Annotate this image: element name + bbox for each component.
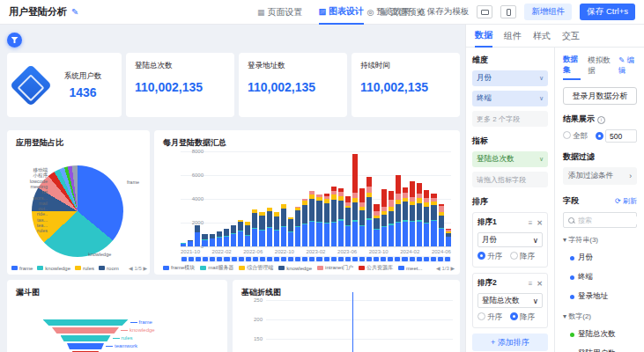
- limit-input[interactable]: 500: [605, 129, 637, 143]
- stacked-bar[interactable]: [338, 188, 344, 246]
- funnel-step[interactable]: [52, 327, 119, 334]
- legend-item[interactable]: mail服务器: [200, 264, 233, 272]
- funnel-step[interactable]: [43, 319, 129, 326]
- tab-chart-design[interactable]: ▨ 图表设计: [319, 0, 365, 25]
- panel-tab-data[interactable]: 数据: [475, 25, 492, 48]
- tab-dataset[interactable]: 数据集: [563, 55, 581, 80]
- legend-item[interactable]: knowledge: [278, 266, 312, 271]
- tab-edit[interactable]: ✎ 编辑: [618, 55, 637, 79]
- radio-limit[interactable]: 500: [596, 129, 637, 143]
- stacked-bar[interactable]: [259, 212, 264, 246]
- filter-float-button[interactable]: [7, 33, 22, 48]
- stacked-bar[interactable]: [410, 181, 415, 246]
- field-search-input[interactable]: [578, 216, 640, 224]
- panel-tab-interaction[interactable]: 交互: [562, 25, 580, 48]
- stacked-bar[interactable]: [446, 229, 451, 246]
- legend-item[interactable]: room: [99, 266, 119, 271]
- stacked-bar[interactable]: [224, 229, 229, 246]
- field-item[interactable]: 登陆用户数: [563, 344, 637, 352]
- radio-asc[interactable]: 升序: [477, 252, 502, 262]
- stacked-bar[interactable]: [352, 154, 358, 246]
- stacked-bar[interactable]: [431, 194, 436, 246]
- stacked-bar[interactable]: [217, 231, 222, 246]
- stacked-bar[interactable]: [267, 208, 272, 246]
- funnel-step[interactable]: [61, 335, 111, 341]
- stacked-bar[interactable]: [374, 204, 379, 246]
- field-group-header[interactable]: ▾ 字符串(3): [563, 235, 637, 245]
- panel-tab-style[interactable]: 样式: [533, 25, 551, 48]
- sort-field-select[interactable]: 登陆总次数 ∨: [477, 293, 543, 308]
- field-group-header[interactable]: ▾ 数字(2): [563, 312, 637, 321]
- legend-item[interactable]: rules: [75, 266, 94, 271]
- legend-item[interactable]: intranet门户: [317, 264, 353, 272]
- stacked-bar[interactable]: [381, 189, 387, 246]
- stacked-bar[interactable]: [245, 222, 250, 246]
- stacked-bar[interactable]: [417, 183, 422, 246]
- stacked-bar[interactable]: [210, 234, 215, 246]
- radio-asc[interactable]: 升序: [477, 312, 502, 323]
- legend-item[interactable]: frame模块: [163, 264, 195, 272]
- field-item[interactable]: 登录地址: [563, 287, 637, 306]
- stacked-bar[interactable]: [396, 175, 401, 246]
- pie-chart-card[interactable]: 应用登陆占比 移动端小程序lowcodemeetingrotwors...mai…: [7, 130, 150, 275]
- stacked-bar[interactable]: [439, 204, 444, 246]
- stacked-bar[interactable]: [316, 194, 322, 246]
- stacked-bar[interactable]: [202, 234, 207, 246]
- save-template-button[interactable]: ⟲ 保存为模板: [418, 6, 469, 18]
- funnel-chart-card[interactable]: 漏斗图 frameknowledgerulesteamworkStoredDat…: [7, 280, 227, 352]
- line-chart-card[interactable]: 基础折线图 250200150100: [233, 280, 460, 352]
- stacked-bar[interactable]: [309, 191, 315, 246]
- field-item[interactable]: 终端: [563, 268, 637, 287]
- radio-all[interactable]: 全部: [563, 131, 588, 142]
- legend-item[interactable]: knowledge: [37, 266, 70, 271]
- stacked-bar[interactable]: [288, 217, 293, 246]
- stacked-bar[interactable]: [345, 196, 351, 246]
- kpi-card-login-addresses[interactable]: 登录地址数 110,002,135: [239, 53, 347, 117]
- stacked-bar[interactable]: [424, 190, 429, 246]
- desktop-view-button[interactable]: [477, 5, 492, 18]
- dimension-field-terminal[interactable]: 终端 ∨: [472, 91, 548, 106]
- stacked-bar[interactable]: [389, 191, 394, 246]
- bar-chart-card[interactable]: 每月登陆数据汇总 80006000400020000 2021-102022-0…: [154, 130, 460, 275]
- field-item[interactable]: 月份: [563, 248, 637, 268]
- stacked-bar[interactable]: [331, 187, 337, 246]
- stacked-bar[interactable]: [366, 177, 372, 246]
- tab-page-preview[interactable]: ▣ 页面预览: [380, 0, 426, 25]
- stacked-bar[interactable]: [252, 209, 257, 246]
- radio-desc[interactable]: 降序: [510, 252, 535, 262]
- kpi-card-users[interactable]: 系统用户数 1436: [7, 53, 122, 117]
- stacked-bar[interactable]: [238, 220, 243, 246]
- save-button[interactable]: 保存 Ctrl+s: [580, 4, 635, 20]
- legend-item[interactable]: meet...: [398, 266, 422, 271]
- sort-field-select[interactable]: 月份 ∨: [477, 232, 543, 247]
- stacked-bar[interactable]: [188, 240, 193, 246]
- dataset-name-button[interactable]: 登录月数据分析: [563, 87, 637, 105]
- stacked-bar[interactable]: [181, 243, 186, 246]
- stacked-bar[interactable]: [281, 204, 286, 246]
- sort-handle-icon[interactable]: ≡: [529, 280, 533, 288]
- stacked-bar[interactable]: [302, 199, 307, 246]
- tab-page-settings[interactable]: ▦ 页面设置: [257, 0, 303, 25]
- legend-item[interactable]: 综合管理端: [239, 264, 273, 272]
- tab-mock-data[interactable]: 模拟数据: [588, 55, 611, 79]
- metric-drop-placeholder[interactable]: 请拖入指标字段: [472, 172, 548, 187]
- dimension-field-month[interactable]: 月份 ∨: [472, 70, 548, 86]
- field-item[interactable]: 登陆总次数: [563, 325, 637, 344]
- kpi-card-duration[interactable]: 持续时间 110,002,135: [352, 53, 460, 117]
- sort-handle-icon[interactable]: ≡: [529, 219, 533, 227]
- kpi-card-total-logins[interactable]: 登陆总次数 110,002,135: [126, 53, 234, 117]
- legend-pager[interactable]: ◀ 1/3 ▶: [436, 265, 455, 271]
- stacked-bar[interactable]: [403, 187, 408, 246]
- stacked-bar[interactable]: [231, 225, 236, 246]
- delete-sort-icon[interactable]: ✕: [537, 280, 543, 288]
- radio-desc[interactable]: 降序: [510, 312, 535, 323]
- stacked-bar[interactable]: [295, 207, 300, 246]
- stacked-bar[interactable]: [274, 212, 279, 246]
- add-filter-button[interactable]: 添加过滤条件 ›: [563, 167, 637, 185]
- delete-sort-icon[interactable]: ✕: [537, 219, 543, 227]
- add-sort-button[interactable]: + 添加排序: [472, 334, 548, 351]
- stacked-bar[interactable]: [324, 194, 329, 246]
- field-search-box[interactable]: [563, 212, 637, 228]
- legend-pager[interactable]: ◀ 1/5 ▶: [129, 265, 147, 271]
- metric-field-total-logins[interactable]: 登陆总次数 ∨: [472, 151, 548, 167]
